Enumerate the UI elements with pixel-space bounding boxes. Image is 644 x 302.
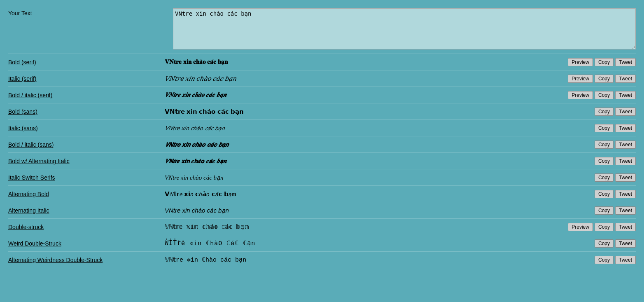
font-row: Alternating ItalicVNtre xin chào các bạn… — [8, 202, 636, 218]
copy-button-bold-alt-italic[interactable]: Copy — [595, 157, 614, 165]
preview-button-double-struck[interactable]: Preview — [568, 223, 593, 231]
font-name-bold-serif[interactable]: Bold (serif) — [8, 59, 165, 66]
copy-button-alt-weird-double[interactable]: Copy — [595, 256, 614, 264]
font-row: Bold (sans)𝗩𝗡𝘁𝗿𝗲 𝘅𝗶𝗻 𝗰𝗵𝗮̀𝗼 𝗰𝗮́𝗰 𝗯𝗮̣𝗻Copy… — [8, 103, 636, 119]
font-name-italic-sans[interactable]: Italic (sans) — [8, 125, 165, 131]
font-preview-double-struck: 𝕍ℕ𝕥𝕣𝕖 𝕩𝕚𝕟 𝕔𝕙𝕒̀𝕠 𝕔𝕒́𝕔 𝕓𝕒̣𝕟 — [165, 223, 568, 231]
font-actions-italic-sans: CopyTweet — [595, 124, 636, 132]
font-name-italic-switch[interactable]: Italic Switch Serifs — [8, 174, 165, 181]
preview-button-italic-serif[interactable]: Preview — [568, 75, 593, 83]
tweet-button-bold-serif[interactable]: Tweet — [615, 58, 636, 66]
font-row: Italic Switch SerifsVNtre xin chào các b… — [8, 169, 636, 185]
tweet-button-weird-double[interactable]: Tweet — [615, 239, 636, 248]
tweet-button-italic-sans[interactable]: Tweet — [615, 124, 636, 132]
copy-button-bold-serif[interactable]: Copy — [595, 58, 614, 66]
font-preview-bold-serif: 𝐕𝐍𝐭𝐫𝐞 𝐱𝐢𝐧 𝐜𝐡𝐚̀𝐨 𝐜𝐚́𝐜 𝐛𝐚̣𝐧 — [165, 59, 568, 66]
font-preview-alt-italic: VNtre xin chào các bạn — [165, 207, 595, 214]
font-actions-italic-switch: CopyTweet — [595, 173, 636, 182]
font-preview-bold-sans: 𝗩𝗡𝘁𝗿𝗲 𝘅𝗶𝗻 𝗰𝗵𝗮̀𝗼 𝗰𝗮́𝗰 𝗯𝗮̣𝗻 — [165, 108, 595, 115]
tweet-button-alt-weird-double[interactable]: Tweet — [615, 256, 636, 264]
text-input[interactable]: VNtre xin chào các bạn — [173, 8, 636, 49]
font-preview-weird-double: W̾I̾T̾r̾e̾ ✲in ℂhàO ℂáℂ ℂạn — [165, 239, 595, 247]
font-actions-alt-weird-double: CopyTweet — [595, 256, 636, 264]
tweet-button-bold-italic-sans[interactable]: Tweet — [615, 140, 636, 149]
copy-button-alt-bold[interactable]: Copy — [595, 190, 614, 198]
font-preview-alt-weird-double: 𝕍ℕ𝕥re ✲in ℂhào các bạn — [165, 256, 595, 264]
font-name-bold-sans[interactable]: Bold (sans) — [8, 108, 165, 115]
font-row: Alternating Bold𝗩𝑁𝘁𝗿𝘦 𝘅𝗶𝘯 𝗰𝘩𝗮̀𝘰 𝗰𝘢́𝗰 𝗯𝘢̣… — [8, 185, 636, 202]
tweet-button-bold-sans[interactable]: Tweet — [615, 108, 636, 116]
font-name-alt-bold[interactable]: Alternating Bold — [8, 191, 165, 197]
font-row: Italic (sans)𝘝𝘕𝘵𝘳𝘦 𝘹𝘪𝘯 𝘤𝘩𝘢̀𝘰 𝘤𝘢́𝘤 𝘣𝘢̣𝘯Co… — [8, 119, 636, 136]
font-preview-alt-bold: 𝗩𝑁𝘁𝗿𝘦 𝘅𝗶𝘯 𝗰𝘩𝗮̀𝘰 𝗰𝘢́𝗰 𝗯𝘢̣𝗻 — [165, 190, 595, 198]
font-name-alt-weird-double[interactable]: Alternating Weirdness Double-Struck — [8, 257, 165, 263]
page-wrapper: Your Text VNtre xin chào các bạn Bold (s… — [0, 0, 644, 272]
copy-button-double-struck[interactable]: Copy — [595, 223, 614, 231]
preview-button-bold-italic-serif[interactable]: Preview — [568, 91, 593, 99]
tweet-button-italic-serif[interactable]: Tweet — [615, 75, 636, 83]
font-row: Italic (serif)𝑉𝑁𝑡𝑟𝑒 𝑥𝑖𝑛 𝑐ℎ𝑎̀𝑜 𝑐𝑎́𝑐 𝑏𝑎̣𝑛P… — [8, 70, 636, 87]
font-preview-bold-italic-sans: 𝙑𝙉𝙩𝙧𝙚 𝙭𝙞𝙣 𝙘𝙝𝙖̀𝙤 𝙘𝙖́𝙘 𝙗𝙖̣𝙣 — [165, 141, 595, 148]
font-actions-alt-bold: CopyTweet — [595, 190, 636, 198]
font-row: Bold / italic (sans)𝙑𝙉𝙩𝙧𝙚 𝙭𝙞𝙣 𝙘𝙝𝙖̀𝙤 𝙘𝙖́𝙘… — [8, 136, 636, 152]
preview-button-bold-serif[interactable]: Preview — [568, 58, 593, 66]
font-row: Alternating Weirdness Double-Struck𝕍ℕ𝕥re… — [8, 251, 636, 268]
tweet-button-italic-switch[interactable]: Tweet — [615, 173, 636, 182]
font-row: Bold w/ Alternating Italic𝑽𝗡𝒕𝗿𝒆 𝘅𝒊𝗻 𝒄𝗵𝒂̀… — [8, 152, 636, 169]
font-row: Double-struck𝕍ℕ𝕥𝕣𝕖 𝕩𝕚𝕟 𝕔𝕙𝕒̀𝕠 𝕔𝕒́𝕔 𝕓𝕒̣𝕟Pr… — [8, 218, 636, 235]
font-actions-italic-serif: PreviewCopyTweet — [568, 75, 636, 83]
font-row: Bold / italic (serif)𝑽𝑵𝒕𝒓𝒆 𝒙𝒊𝒏 𝒄𝒉𝒂̀𝒐 𝒄𝒂́… — [8, 87, 636, 103]
input-label: Your Text — [8, 8, 165, 16]
font-row: Weird Double-StruckW̾I̾T̾r̾e̾ ✲in ℂhàO ℂ… — [8, 235, 636, 251]
font-name-double-struck[interactable]: Double-struck — [8, 224, 165, 230]
font-name-alt-italic[interactable]: Alternating Italic — [8, 207, 165, 214]
font-actions-bold-sans: CopyTweet — [595, 108, 636, 116]
copy-button-bold-sans[interactable]: Copy — [595, 108, 614, 116]
font-name-weird-double[interactable]: Weird Double-Struck — [8, 240, 165, 247]
font-row: Bold (serif)𝐕𝐍𝐭𝐫𝐞 𝐱𝐢𝐧 𝐜𝐡𝐚̀𝐨 𝐜𝐚́𝐜 𝐛𝐚̣𝐧Pre… — [8, 54, 636, 70]
font-actions-bold-alt-italic: CopyTweet — [595, 157, 636, 165]
copy-button-italic-switch[interactable]: Copy — [595, 173, 614, 182]
font-name-bold-italic-serif[interactable]: Bold / italic (serif) — [8, 92, 165, 98]
font-actions-bold-italic-serif: PreviewCopyTweet — [568, 91, 636, 99]
font-actions-bold-serif: PreviewCopyTweet — [568, 58, 636, 66]
font-preview-bold-alt-italic: 𝑽𝗡𝒕𝗿𝒆 𝘅𝒊𝗻 𝒄𝗵𝒂̀𝗼 𝒄𝗮́𝒄 𝒃𝗮̣𝒏 — [165, 157, 595, 165]
copy-button-bold-italic-serif[interactable]: Copy — [595, 91, 614, 99]
font-preview-italic-sans: 𝘝𝘕𝘵𝘳𝘦 𝘹𝘪𝘯 𝘤𝘩𝘢̀𝘰 𝘤𝘢́𝘤 𝘣𝘢̣𝘯 — [165, 124, 595, 132]
copy-button-bold-italic-sans[interactable]: Copy — [595, 140, 614, 149]
font-actions-weird-double: CopyTweet — [595, 239, 636, 248]
font-preview-bold-italic-serif: 𝑽𝑵𝒕𝒓𝒆 𝒙𝒊𝒏 𝒄𝒉𝒂̀𝒐 𝒄𝒂́𝒄 𝒃𝒂̣𝒏 — [165, 91, 568, 98]
font-rows-container: Bold (serif)𝐕𝐍𝐭𝐫𝐞 𝐱𝐢𝐧 𝐜𝐡𝐚̀𝐨 𝐜𝐚́𝐜 𝐛𝐚̣𝐧Pre… — [8, 54, 636, 268]
copy-button-alt-italic[interactable]: Copy — [595, 206, 614, 215]
font-name-italic-serif[interactable]: Italic (serif) — [8, 75, 165, 82]
font-name-bold-alt-italic[interactable]: Bold w/ Alternating Italic — [8, 158, 165, 164]
tweet-button-bold-alt-italic[interactable]: Tweet — [615, 157, 636, 165]
font-actions-double-struck: PreviewCopyTweet — [568, 223, 636, 231]
input-section: Your Text VNtre xin chào các bạn — [8, 4, 636, 54]
copy-button-italic-sans[interactable]: Copy — [595, 124, 614, 132]
tweet-button-bold-italic-serif[interactable]: Tweet — [615, 91, 636, 99]
copy-button-italic-serif[interactable]: Copy — [595, 75, 614, 83]
font-preview-italic-serif: 𝑉𝑁𝑡𝑟𝑒 𝑥𝑖𝑛 𝑐ℎ𝑎̀𝑜 𝑐𝑎́𝑐 𝑏𝑎̣𝑛 — [165, 75, 568, 82]
tweet-button-double-struck[interactable]: Tweet — [615, 223, 636, 231]
font-name-bold-italic-sans[interactable]: Bold / italic (sans) — [8, 141, 165, 148]
font-actions-bold-italic-sans: CopyTweet — [595, 140, 636, 149]
tweet-button-alt-italic[interactable]: Tweet — [615, 206, 636, 215]
copy-button-weird-double[interactable]: Copy — [595, 239, 614, 248]
font-preview-italic-switch: VNtre xin chào các bạn — [165, 174, 595, 181]
tweet-button-alt-bold[interactable]: Tweet — [615, 190, 636, 198]
font-actions-alt-italic: CopyTweet — [595, 206, 636, 215]
